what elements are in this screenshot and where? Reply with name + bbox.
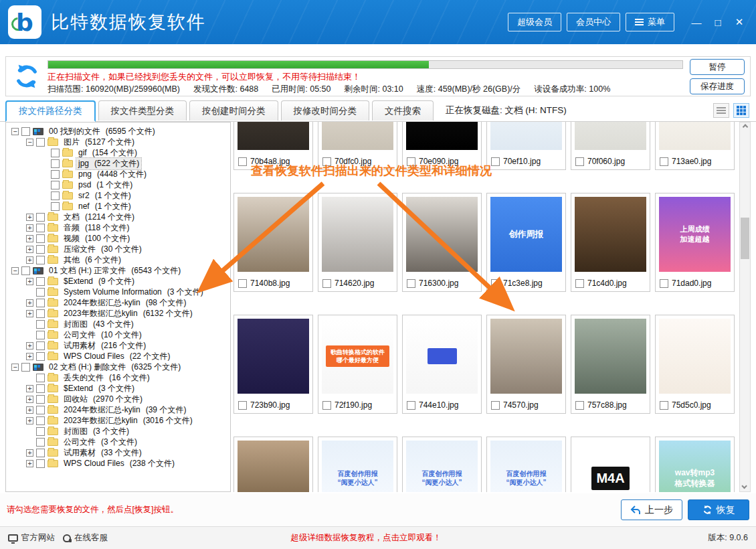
thumbnail-card[interactable]: 744e10.jpg [402, 315, 482, 414]
tree-item[interactable]: +视频(100 个文件) [6, 233, 230, 244]
close-button[interactable]: ✕ [729, 13, 749, 31]
thumbnail-card[interactable]: 723b90.jpg [233, 315, 313, 414]
tree-item[interactable]: +2023年数据汇总kylin(6132 个文件) [6, 308, 230, 319]
thumbnail-checkbox[interactable] [575, 157, 584, 166]
tree-checkbox[interactable] [36, 138, 45, 147]
member-center-button[interactable]: 会员中心 [567, 13, 620, 31]
tab-4[interactable]: 按修改时间分类 [281, 100, 370, 121]
tree-checkbox[interactable] [36, 427, 45, 436]
tree-item[interactable]: +2024年数据汇总-kylin(98 个文件) [6, 297, 230, 308]
thumbnail-checkbox[interactable] [491, 279, 500, 288]
tree-checkbox[interactable] [36, 234, 45, 243]
expand-icon[interactable]: + [26, 299, 33, 307]
tree-item[interactable]: 封面图(3 个文件) [6, 426, 230, 437]
tree-checkbox[interactable] [51, 181, 60, 189]
thumbnail-checkbox[interactable] [575, 401, 584, 410]
thumbnail-checkbox[interactable] [491, 401, 500, 410]
tree-checkbox[interactable] [36, 438, 45, 447]
thumbnail-card[interactable]: 70f060.jpg [571, 122, 650, 170]
thumbnail-card[interactable]: 75d5c0.jpg [655, 315, 735, 414]
expand-icon[interactable]: + [26, 342, 33, 349]
expand-icon[interactable]: + [26, 353, 33, 360]
tree-item[interactable]: System Volume Information(3 个文件) [6, 287, 230, 297]
tab-1[interactable]: 按文件路径分类 [5, 100, 96, 122]
tree-checkbox[interactable] [21, 127, 30, 136]
tree-item[interactable]: +$Extend(3 个文件) [6, 383, 230, 394]
tree-checkbox[interactable] [36, 416, 45, 425]
tree-checkbox[interactable] [51, 202, 60, 211]
grid-view-icon[interactable] [733, 103, 749, 118]
tree-item[interactable]: −02 文档 (H:) 删除文件(6325 个文件) [6, 362, 230, 372]
tree-item[interactable]: jpg(522 个文件) [6, 158, 230, 169]
thumbnail-checkbox[interactable] [322, 401, 331, 410]
tree-item[interactable]: 封面图(43 个文件) [6, 319, 230, 329]
tab-5[interactable]: 文件搜索 [372, 100, 434, 121]
tree-checkbox[interactable] [36, 331, 45, 339]
collapse-icon[interactable]: − [11, 267, 19, 274]
thumbnail-checkbox[interactable] [575, 279, 584, 288]
thumbnail-card[interactable]: 百度创作用报 “阅更小达人” [486, 437, 566, 492]
minimize-button[interactable]: — [686, 13, 706, 31]
expand-icon[interactable]: + [26, 256, 33, 264]
thumbnail-checkbox[interactable] [407, 279, 415, 288]
thumbnail-card[interactable]: 757c88.jpg [571, 315, 650, 414]
expand-icon[interactable]: + [26, 460, 33, 467]
thumbnail-card[interactable]: 713ae0.jpg [655, 122, 735, 170]
tree-checkbox[interactable] [51, 149, 60, 157]
tree-checkbox[interactable] [36, 352, 45, 361]
thumbnail-checkbox[interactable] [660, 401, 668, 410]
tab-2[interactable]: 按文件类型分类 [98, 100, 187, 121]
tree-item[interactable]: +回收站(2970 个文件) [6, 394, 230, 404]
thumbnail-card[interactable]: 上周成绩 加速超越71dad0.jpg [655, 193, 735, 292]
maximize-button[interactable]: □ [708, 13, 728, 31]
scrollbar-thumb[interactable] [741, 218, 749, 259]
tree-checkbox[interactable] [36, 299, 45, 307]
thumbnail-card[interactable]: 716300.jpg [402, 193, 482, 292]
tree-item[interactable]: png(4448 个文件) [6, 169, 230, 179]
expand-icon[interactable]: + [26, 406, 33, 414]
tutorial-promo-link[interactable]: 超级详细数据恢复教程，点击立即观看！ [291, 532, 442, 544]
tree-item[interactable]: 丢失的文件(16 个文件) [6, 372, 230, 383]
tree-item[interactable]: +2024年数据汇总-kylin(39 个文件) [6, 404, 230, 415]
thumbnail-card[interactable]: M4A [571, 437, 650, 492]
tree-item[interactable]: −图片(5127 个文件) [6, 137, 230, 147]
tree-item[interactable]: +WPS Cloud Files(22 个文件) [6, 351, 230, 362]
tree-checkbox[interactable] [36, 277, 45, 286]
thumbnail-checkbox[interactable] [660, 157, 668, 166]
tree-checkbox[interactable] [36, 384, 45, 393]
online-support-link[interactable]: 在线客服 [63, 532, 108, 544]
thumbnail-checkbox[interactable] [238, 157, 247, 166]
tree-checkbox[interactable] [51, 191, 60, 200]
tree-item[interactable]: −00 找到的文件(6595 个文件) [6, 126, 230, 137]
expand-icon[interactable]: + [26, 235, 33, 242]
thumbnail-card[interactable]: 百度创作用报 “阅更小达人” [318, 437, 397, 492]
tree-item[interactable]: −01 文档 (H:) 正常文件(6543 个文件) [6, 265, 230, 276]
menu-button[interactable]: 菜单 [626, 13, 674, 31]
tree-checkbox[interactable] [36, 288, 45, 297]
thumbnail-checkbox[interactable] [322, 279, 331, 288]
tree-checkbox[interactable] [51, 170, 60, 179]
tree-checkbox[interactable] [36, 256, 45, 264]
tree-item[interactable]: 公司文件(3 个文件) [6, 437, 230, 447]
expand-icon[interactable]: + [26, 224, 33, 232]
thumbnail-card[interactable]: 71c4d0.jpg [571, 193, 650, 292]
tree-item[interactable]: +试用素材(216 个文件) [6, 340, 230, 351]
tree-checkbox[interactable] [21, 363, 30, 372]
expand-icon[interactable]: + [26, 396, 33, 403]
thumbnail-checkbox[interactable] [491, 157, 500, 166]
tree-checkbox[interactable] [36, 449, 45, 457]
expand-icon[interactable]: + [26, 385, 33, 392]
tree-item[interactable]: +$Extend(9 个文件) [6, 276, 230, 287]
tree-checkbox[interactable] [36, 309, 45, 318]
thumbnail-checkbox[interactable] [660, 279, 668, 288]
tree-checkbox[interactable] [21, 266, 30, 275]
thumbnail-card[interactable]: 714620.jpg [318, 193, 397, 292]
tree-checkbox[interactable] [36, 406, 45, 414]
tree-item[interactable]: sr2(1 个文件) [6, 190, 230, 201]
back-button[interactable]: 上一步 [621, 499, 682, 520]
tree-checkbox[interactable] [51, 159, 60, 168]
tree-checkbox[interactable] [36, 459, 45, 468]
tree-item[interactable]: +音频(118 个文件) [6, 222, 230, 233]
thumbnail-card[interactable]: 百度创作用报 “阅更小达人” [402, 437, 482, 492]
tab-3[interactable]: 按创建时间分类 [189, 100, 278, 121]
